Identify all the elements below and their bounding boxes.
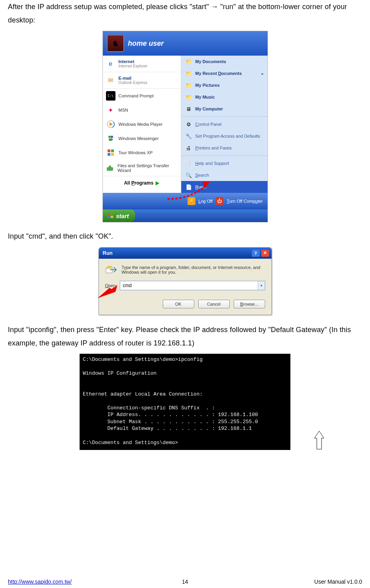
printer-icon: 🖨 [185, 144, 192, 151]
folder-icon: 📁 [185, 58, 192, 65]
control-panel-item[interactable]: ⚙Control Panel [181, 118, 268, 130]
msn-item[interactable]: ✦ MSN [103, 103, 181, 117]
my-documents-item[interactable]: 📁My Documents [181, 56, 268, 67]
folder-icon: 📁 [185, 70, 192, 77]
figure-cmd-output: C:\Documents and Settings\demo>ipconfig … [8, 354, 362, 450]
cmd-line: Subnet Mask . . . . . . . . . . . : 255.… [83, 418, 287, 426]
start-button[interactable]: start [103, 209, 136, 222]
email-icon: ✉ [106, 76, 115, 85]
cmd-line: Connection-specific DNS Suffix . : [83, 405, 287, 412]
folder-icon: 📁 [185, 82, 192, 89]
help-icon: ❔ [185, 160, 192, 167]
program-access-icon: 🔧 [185, 133, 192, 140]
separator [181, 155, 268, 156]
start-menu-left-panel: e InternetInternet Explorer ✉ E-mailOutl… [103, 56, 181, 193]
set-program-access-item[interactable]: 🔧Set Program Access and Defaults [181, 130, 268, 142]
start-menu-right-panel: 📁My Documents 📁My Recent Documents▸ 📁My … [181, 56, 268, 193]
close-button-icon[interactable]: ✕ [261, 250, 269, 257]
ok-button[interactable]: OK [163, 300, 194, 308]
files-transfer-icon [106, 163, 115, 173]
para-step3: Input "ipconfig", then press "Enter" key… [8, 323, 362, 350]
windows-logo-icon [107, 212, 114, 219]
run-dialog-icon [105, 265, 117, 274]
cmd-line [83, 398, 287, 405]
internet-item[interactable]: e InternetInternet Explorer [103, 56, 181, 72]
turnoff-icon: ⏻ [216, 197, 223, 205]
cmd-line: Default Gateway . . . . . . . . . : 192.… [83, 425, 287, 432]
search-icon: 🔍 [185, 172, 192, 179]
cmd-line: Ethernet adapter Local Area Connection: [83, 391, 287, 398]
cmd-icon: C:\ [106, 91, 115, 101]
messenger-icon [106, 134, 115, 143]
dropdown-icon[interactable]: ▾ [258, 281, 265, 290]
my-recent-item[interactable]: 📁My Recent Documents▸ [181, 67, 268, 79]
run-dialog-screenshot: Run ? ✕ Type the name of a program, fold… [99, 247, 272, 315]
my-computer-item[interactable]: 🖥My Computer [181, 103, 268, 115]
cmd-line: IP Address. . . . . . . . . . . . : 192.… [83, 411, 287, 418]
msn-icon: ✦ [106, 105, 115, 115]
svg-rect-4 [109, 138, 113, 141]
svg-rect-5 [107, 167, 113, 171]
svg-rect-6 [106, 268, 112, 273]
user-avatar-icon: ♞ [107, 35, 124, 52]
run-dialog-titlebar: Run ? ✕ [99, 248, 271, 259]
cmd-line [83, 432, 287, 439]
my-pictures-item[interactable]: 📁My Pictures [181, 79, 268, 91]
turnoff-button[interactable]: Turn Off Computer [227, 199, 262, 203]
wmp-icon [106, 119, 115, 129]
svg-point-3 [111, 136, 113, 138]
cmd-prompt-item[interactable]: C:\ Command Prompt [103, 89, 181, 103]
fst-item[interactable]: Files and Settings Transfer Wizard [103, 160, 181, 176]
figure-start-menu: ♞ home user e InternetInternet Explorer … [8, 31, 362, 222]
control-panel-icon: ⚙ [185, 121, 192, 128]
cmd-line: Windows IP Configuration [83, 370, 287, 377]
annotation-arrow-to-run [165, 181, 213, 201]
help-button-icon[interactable]: ? [252, 250, 260, 257]
figure-run-dialog: Run ? ✕ Type the name of a program, fold… [8, 247, 362, 315]
annotation-arrow-to-input [96, 283, 119, 299]
cmd-line [83, 363, 287, 370]
annotation-arrow-to-gateway [314, 430, 325, 450]
taskbar: start [103, 209, 268, 222]
chevron-right-icon: ▸ [262, 71, 264, 76]
run-dialog-title: Run [103, 250, 113, 256]
para-step1: After the IP address setup was completed… [8, 0, 362, 27]
cmd-window-screenshot: C:\Documents and Settings\demo>ipconfig … [80, 354, 290, 450]
tour-item[interactable]: Tour Windows XP [103, 146, 181, 160]
my-music-item[interactable]: 📁My Music [181, 91, 268, 103]
run-dialog-description: Type the name of a program, folder, docu… [122, 265, 265, 274]
start-menu-header: ♞ home user [103, 31, 268, 56]
page-footer: http://www.sapido.com.tw/ 14 User Manual… [8, 579, 362, 585]
separator [181, 116, 268, 117]
run-open-input[interactable] [120, 281, 257, 290]
cancel-button[interactable]: Cancel [198, 300, 230, 308]
browse-button[interactable]: Browse... [234, 300, 265, 308]
email-item[interactable]: ✉ E-mailOutlook Express [103, 72, 181, 89]
folder-icon: 📁 [185, 93, 192, 101]
wm-item[interactable]: Windows Messenger [103, 131, 181, 146]
page-number: 14 [8, 579, 362, 585]
cmd-line: C:\Documents and Settings\demo> [83, 439, 287, 446]
help-support-item[interactable]: ❔Help and Support [181, 157, 268, 169]
search-item[interactable]: 🔍Search [181, 169, 268, 181]
svg-point-2 [108, 136, 111, 138]
para-step2: Input "cmd", and then click "OK". [8, 230, 362, 243]
computer-icon: 🖥 [185, 105, 192, 112]
wmp-item[interactable]: Windows Media Player [103, 117, 181, 131]
all-programs-arrow-icon: ▶ [156, 180, 159, 186]
printers-faxes-item[interactable]: 🖨Printers and Faxes [181, 142, 268, 154]
user-name: home user [128, 39, 164, 48]
internet-explorer-icon: e [106, 59, 115, 69]
cmd-line [83, 384, 287, 391]
cmd-line [83, 377, 287, 384]
cmd-line: C:\Documents and Settings\demo>ipconfig [83, 356, 287, 363]
tour-xp-icon [106, 148, 115, 157]
